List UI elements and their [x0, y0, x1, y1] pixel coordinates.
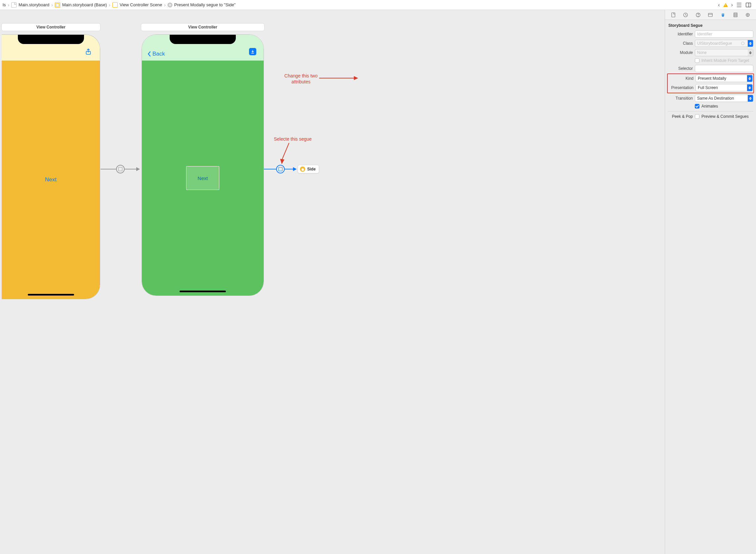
class-select[interactable]: UIStoryboardSegue [695, 40, 753, 47]
class-label: Class [668, 41, 693, 46]
module-select[interactable]: None [695, 49, 753, 56]
svg-line-8 [282, 143, 289, 160]
module-value: None [697, 50, 707, 55]
history-inspector-tab[interactable] [681, 11, 690, 18]
inherit-module-checkbox[interactable] [695, 58, 699, 63]
arrow-head-icon [136, 167, 140, 171]
kind-value: Present Modally [698, 76, 726, 81]
annotation-arrow-icon [279, 142, 292, 165]
share-icon[interactable] [85, 48, 92, 56]
dropdown-stepper-icon[interactable] [748, 40, 753, 47]
device-notch [170, 35, 236, 44]
view-body: Next [142, 61, 264, 295]
kind-label: Kind [668, 76, 693, 81]
inspector-tabs [665, 10, 756, 20]
download-icon[interactable] [249, 48, 256, 55]
segue-arrow-selected[interactable] [264, 169, 296, 169]
chevron-right-icon: › [8, 2, 9, 8]
connections-inspector-tab[interactable] [743, 11, 752, 18]
identifier-field[interactable] [695, 31, 753, 38]
kind-select[interactable]: Present Modally [695, 75, 753, 82]
storyboard-canvas[interactable]: View Controller Next View Controlle [0, 10, 665, 554]
annotation-text: Selecte this segue [274, 136, 312, 142]
crumb-label: Main.storyboard [18, 2, 49, 7]
assistant-toggle-icon[interactable] [745, 2, 751, 8]
outline-toggle-icon[interactable] [736, 2, 742, 8]
segue-node-icon[interactable] [116, 165, 125, 173]
dropdown-stepper-icon[interactable] [748, 95, 753, 102]
module-label: Module [668, 50, 693, 55]
animates-checkbox[interactable] [695, 104, 699, 109]
device-notch [18, 35, 84, 44]
svg-marker-9 [280, 159, 285, 164]
dropdown-stepper-icon[interactable] [747, 75, 752, 82]
nav-forward-button[interactable]: › [731, 2, 733, 8]
segue-icon [168, 3, 172, 7]
highlighted-attributes-box: Kind Present Modally Presentation Full S… [667, 73, 754, 93]
phone-frame: Next [2, 35, 100, 299]
divider [668, 111, 753, 112]
annotation-arrow-icon [319, 75, 359, 81]
dropdown-stepper-icon[interactable] [747, 85, 752, 91]
scene-title[interactable]: View Controller [141, 23, 265, 31]
peek-pop-label: Peek & Pop [668, 114, 693, 119]
identity-inspector-tab[interactable] [706, 11, 715, 18]
side-scene-chip[interactable]: ◉ Side [298, 165, 319, 173]
home-indicator [28, 294, 74, 295]
outlet-connector-icon[interactable] [741, 42, 744, 45]
file-icon [11, 2, 16, 8]
svg-rect-3 [746, 3, 751, 7]
segue-arrow[interactable] [101, 169, 139, 169]
crumb-file[interactable]: Main.storyboard [11, 2, 49, 8]
breadcrumb: ls › Main.storyboard › Main.storyboard (… [3, 2, 718, 8]
animates-label: Animates [701, 104, 718, 109]
size-inspector-tab[interactable] [731, 11, 740, 18]
inspector-panel: Storyboard Segue Identifier Class UIStor… [665, 10, 756, 554]
crumb-segue[interactable]: Present Modally segue to "Side" [168, 2, 236, 7]
back-button[interactable]: Back [147, 51, 165, 57]
transition-label: Transition [668, 96, 693, 101]
annotation-line: Change this two [281, 73, 321, 79]
attributes-inspector-tab[interactable] [718, 11, 727, 18]
dropdown-stepper-icon[interactable] [748, 49, 753, 56]
view-controller-b[interactable]: View Controller Back Next [141, 23, 265, 296]
segue-node-icon[interactable] [276, 165, 285, 173]
help-inspector-tab[interactable] [694, 11, 702, 18]
back-label: Back [152, 51, 165, 57]
transition-value: Same As Destination [697, 96, 734, 101]
scene-icon [113, 2, 118, 8]
crumb-scene[interactable]: View Controller Scene [113, 2, 162, 8]
annotation-text: Change this two attributes [281, 73, 321, 85]
inspector-body: Storyboard Segue Identifier Class UIStor… [665, 20, 756, 123]
crumb-label: Present Modally segue to "Side" [174, 2, 236, 7]
svg-rect-10 [672, 13, 675, 17]
chevron-right-icon: › [51, 2, 53, 8]
nav-back-button[interactable]: ‹ [718, 2, 719, 8]
transition-select[interactable]: Same As Destination [695, 95, 753, 102]
peek-pop-option-label: Preview & Commit Segues [701, 114, 749, 119]
breadcrumb-bar: ls › Main.storyboard › Main.storyboard (… [0, 0, 756, 10]
presentation-select[interactable]: Full Screen [695, 84, 753, 91]
presentation-label: Presentation [668, 86, 693, 90]
presentation-value: Full Screen [698, 86, 718, 90]
section-heading: Storyboard Segue [668, 22, 753, 31]
next-button[interactable]: Next [45, 176, 57, 183]
annotation-line: attributes [281, 79, 321, 85]
view-controller-a[interactable]: View Controller Next [1, 23, 101, 299]
crumb-parent[interactable]: ls [3, 2, 6, 7]
svg-rect-14 [708, 13, 712, 16]
crumb-label: Main.storyboard (Base) [62, 2, 107, 7]
warning-icon[interactable] [723, 3, 728, 7]
selector-field[interactable] [695, 65, 753, 72]
inherit-module-label: Inherit Module From Target [701, 58, 749, 63]
peek-pop-checkbox[interactable] [695, 114, 699, 119]
next-container-button[interactable]: Next [186, 166, 219, 190]
crumb-storyboard[interactable]: Main.storyboard (Base) [55, 2, 107, 8]
arrow-head-icon [293, 167, 297, 171]
phone-frame: Back Next [141, 35, 264, 296]
svg-point-13 [698, 16, 698, 16]
crumb-label: ls [3, 2, 6, 7]
side-chip-label: Side [307, 167, 315, 171]
scene-title[interactable]: View Controller [1, 23, 101, 31]
file-inspector-tab[interactable] [669, 11, 678, 18]
